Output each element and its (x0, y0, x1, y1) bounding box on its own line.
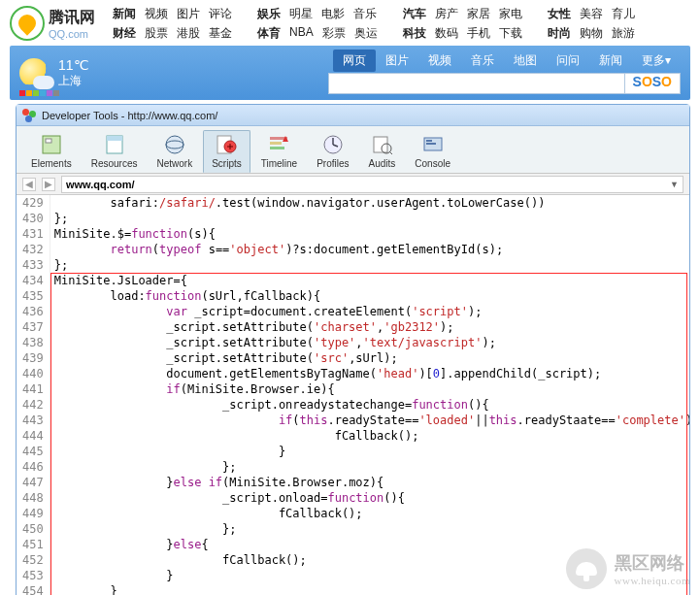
search-tab[interactable]: 网页 (333, 50, 376, 72)
nav-link[interactable]: 港股 (177, 25, 200, 42)
weather-bar: 11℃ 上海 网页图片视频音乐地图问问新闻更多▾ SOSO (10, 46, 690, 100)
svg-point-4 (166, 136, 183, 153)
devtools-window: Developer Tools - http://www.qq.com/ Ele… (16, 104, 690, 595)
devtools-title: Developer Tools - http://www.qq.com/ (42, 110, 217, 121)
nav-link[interactable]: 家居 (467, 6, 490, 22)
timeline-icon (267, 133, 290, 156)
devtools-tab-label: Resources (91, 158, 138, 169)
devtools-tab-label: Profiles (317, 158, 349, 169)
watermark-icon (566, 548, 607, 589)
script-selector[interactable]: www.qq.com/ ▼ (61, 176, 683, 193)
devtools-tab-timeline[interactable]: Timeline (252, 130, 306, 173)
nav-link[interactable]: 电影 (321, 6, 345, 22)
search-tab[interactable]: 新闻 (589, 50, 632, 72)
search-tab[interactable]: 图片 (376, 50, 418, 72)
chevron-down-icon: ▼ (670, 180, 679, 189)
nav-link[interactable]: 财经 (113, 25, 136, 42)
svg-rect-1 (46, 139, 51, 143)
theme-colors[interactable] (19, 90, 59, 96)
nav-link[interactable]: 娱乐 (257, 6, 281, 22)
nav-link[interactable]: 汽车 (403, 6, 426, 22)
nav-link[interactable]: 旅游 (612, 25, 635, 42)
search-button[interactable]: SOSO (625, 73, 681, 94)
nav-link[interactable]: 美容 (580, 6, 603, 22)
devtools-toolbar: ElementsResourcesNetworkScriptsTimelineP… (17, 126, 689, 174)
nav-link[interactable]: 育儿 (612, 6, 635, 22)
devtools-tab-profiles[interactable]: Profiles (308, 130, 357, 173)
search-tab[interactable]: 视频 (418, 50, 461, 72)
logo-cn: 腾讯网 (49, 8, 95, 28)
search-tab[interactable]: 地图 (504, 50, 547, 72)
code-content[interactable]: safari:/safari/.test(window.navigator.us… (50, 195, 689, 595)
devtools-tab-audits[interactable]: Audits (360, 130, 405, 173)
svg-rect-16 (426, 143, 436, 145)
nav-link[interactable]: 明星 (289, 6, 313, 22)
network-icon (163, 133, 186, 156)
nav-link[interactable]: 奥运 (354, 25, 378, 42)
temperature: 11℃ (58, 57, 89, 73)
nav-link[interactable]: 房产 (435, 6, 458, 22)
code-area[interactable]: 4294304314324334344354364374384394404414… (17, 195, 689, 595)
devtools-tab-label: Audits (369, 158, 396, 169)
logo-en: QQ.com (49, 28, 95, 40)
devtools-titlebar[interactable]: Developer Tools - http://www.qq.com/ (17, 105, 689, 126)
svg-rect-12 (374, 137, 387, 152)
theme-swatch[interactable] (33, 90, 39, 96)
nav-link[interactable]: 时尚 (548, 25, 571, 42)
weather-icon (19, 58, 49, 87)
svg-rect-10 (270, 147, 284, 149)
logo-icon (10, 6, 45, 41)
nav-link[interactable]: 家电 (499, 6, 522, 22)
theme-swatch[interactable] (40, 90, 46, 96)
nav-back-button[interactable]: ◀ (22, 178, 36, 191)
svg-rect-9 (270, 142, 282, 145)
logo[interactable]: 腾讯网 QQ.com (10, 6, 95, 41)
devtools-tab-label: Elements (31, 158, 72, 169)
devtools-tab-elements[interactable]: Elements (22, 130, 81, 173)
nav-link[interactable]: 女性 (548, 6, 571, 22)
nav-link[interactable]: 评论 (209, 6, 232, 22)
nav-link[interactable]: 下载 (499, 25, 522, 42)
search-tab[interactable]: 更多▾ (632, 50, 681, 72)
theme-swatch[interactable] (26, 90, 32, 96)
devtools-tab-resources[interactable]: Resources (83, 130, 147, 173)
watermark-cn: 黑区网络 (615, 551, 691, 575)
nav-link[interactable]: 图片 (177, 6, 200, 22)
nav-link[interactable]: 新闻 (113, 6, 136, 22)
nav-link[interactable]: 视频 (145, 6, 168, 22)
devtools-tab-label: Console (415, 158, 450, 169)
nav-link[interactable]: 购物 (580, 25, 603, 42)
theme-swatch[interactable] (47, 90, 52, 96)
watermark-en: www.heiqu.com (615, 575, 691, 586)
nav-link[interactable]: 彩票 (322, 25, 346, 42)
scripts-icon (215, 133, 238, 156)
svg-rect-3 (107, 136, 122, 141)
line-gutter: 4294304314324334344354364374384394404414… (17, 195, 50, 595)
nav-link[interactable]: 音乐 (353, 6, 377, 22)
nav-link[interactable]: 科技 (403, 25, 426, 42)
nav-link[interactable]: NBA (289, 25, 314, 42)
city[interactable]: 上海 (58, 73, 89, 89)
devtools-tab-scripts[interactable]: Scripts (203, 130, 250, 173)
devtools-tab-label: Timeline (261, 158, 297, 169)
devtools-tab-network[interactable]: Network (149, 130, 202, 173)
devtools-tab-label: Network (157, 158, 193, 169)
nav-link[interactable]: 基金 (209, 25, 232, 42)
devtools-tab-console[interactable]: Console (406, 130, 459, 173)
devtools-subbar: ◀ ▶ www.qq.com/ ▼ (17, 174, 689, 195)
devtools-tab-label: Scripts (212, 158, 242, 169)
search-tabs: 网页图片视频音乐地图问问新闻更多▾ (333, 50, 681, 72)
nav-link[interactable]: 体育 (257, 25, 281, 42)
devtools-icon (22, 109, 36, 122)
theme-swatch[interactable] (19, 90, 25, 96)
search-tab[interactable]: 音乐 (461, 50, 504, 72)
search-tab[interactable]: 问问 (547, 50, 589, 72)
search-input[interactable] (328, 73, 625, 94)
console-icon (421, 133, 445, 156)
watermark: 黑区网络 www.heiqu.com (566, 548, 691, 589)
nav-link[interactable]: 股票 (145, 25, 168, 42)
nav-link[interactable]: 数码 (435, 25, 458, 42)
theme-swatch[interactable] (53, 90, 59, 96)
nav-link[interactable]: 手机 (467, 25, 490, 42)
nav-forward-button[interactable]: ▶ (42, 178, 55, 191)
